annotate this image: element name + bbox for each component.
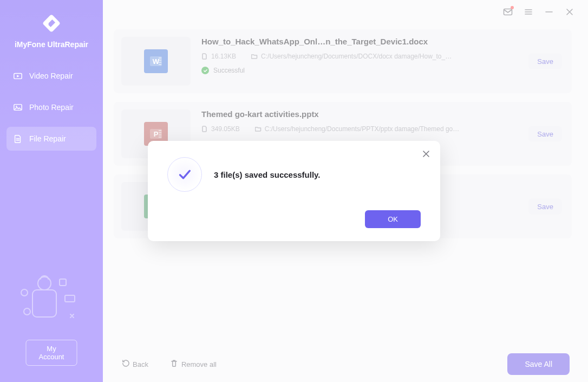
svg-text:W: W (153, 57, 160, 66)
document-icon (201, 126, 208, 132)
save-button[interactable]: Save (528, 54, 562, 69)
ok-button[interactable]: OK (365, 210, 421, 228)
success-dialog: 3 file(s) saved successfully. OK (148, 141, 440, 241)
file-size: 349.05KB (201, 125, 240, 133)
folder-icon (255, 126, 262, 132)
file-path: C:/Users/hejuncheng/Documents/DOCX/docx … (251, 53, 452, 60)
save-button[interactable]: Save (528, 199, 562, 215)
success-icon (201, 67, 209, 74)
back-icon (121, 359, 129, 369)
svg-rect-6 (60, 279, 66, 286)
file-card: W How_to_Hack_WhatsApp_Onl…n_the_Target_… (114, 29, 572, 93)
save-all-button[interactable]: Save All (507, 353, 570, 375)
file-path: C:/Users/hejuncheng/Documents/PPTX/pptx … (255, 125, 460, 133)
file-title: How_to_Hack_WhatsApp_Onl…n_the_Target_De… (201, 37, 562, 46)
app-logo (40, 12, 63, 35)
svg-point-10 (24, 308, 30, 315)
notifications-button[interactable] (502, 7, 513, 17)
word-file-icon: W (144, 49, 168, 73)
svg-rect-8 (32, 290, 56, 317)
app-name: iMyFone UltraRepair (15, 40, 88, 49)
remove-all-button[interactable]: Remove all (170, 359, 217, 369)
sidebar-item-video-repair[interactable]: Video Repair (6, 64, 96, 88)
document-icon (201, 53, 208, 60)
svg-point-4 (16, 106, 17, 107)
menu-button[interactable] (523, 7, 534, 17)
svg-text:P: P (154, 130, 159, 138)
file-title: Themed go-kart activities.pptx (201, 109, 562, 119)
titlebar (103, 0, 588, 24)
sidebar: iMyFone UltraRepair Video Repair Photo R… (0, 0, 103, 382)
sidebar-item-label: File Repair (29, 134, 66, 143)
sidebar-nav: Video Repair Photo Repair File Repair (0, 64, 103, 158)
file-icon (13, 134, 23, 144)
trash-icon (170, 359, 178, 369)
sidebar-item-photo-repair[interactable]: Photo Repair (6, 95, 96, 119)
sidebar-item-label: Video Repair (29, 72, 73, 80)
sidebar-item-label: Photo Repair (29, 103, 74, 112)
file-size: 16.13KB (201, 53, 236, 60)
sidebar-item-file-repair[interactable]: File Repair (6, 127, 96, 151)
photo-icon (13, 102, 23, 112)
file-status: Successful (201, 67, 562, 74)
dialog-message: 3 file(s) saved successfully. (214, 170, 321, 179)
svg-rect-11 (504, 9, 512, 15)
svg-point-7 (38, 277, 51, 290)
svg-point-5 (21, 289, 28, 296)
svg-rect-9 (65, 295, 75, 302)
notification-dot (511, 6, 514, 9)
my-account-button[interactable]: My Account (26, 340, 77, 366)
bottom-bar: Back Remove all Save All (103, 346, 588, 382)
file-thumbnail: W (121, 37, 191, 86)
dialog-close-button[interactable] (421, 148, 432, 159)
decorative-illustration (0, 263, 103, 328)
close-window-button[interactable] (564, 7, 575, 17)
folder-icon (251, 53, 258, 60)
success-check-icon (167, 157, 202, 192)
back-button[interactable]: Back (121, 359, 148, 369)
save-button[interactable]: Save (528, 126, 562, 142)
minimize-button[interactable] (544, 7, 554, 17)
video-icon (13, 71, 23, 81)
